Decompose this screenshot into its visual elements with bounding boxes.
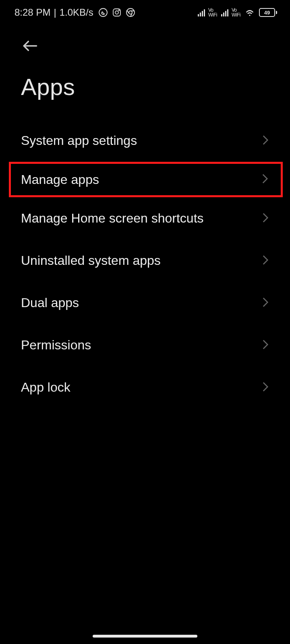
chevron-right-icon	[262, 297, 269, 310]
manage-apps-item[interactable]: Manage apps	[9, 162, 283, 197]
dual-apps-item[interactable]: Dual apps	[0, 282, 290, 324]
status-right: VoWiFi VoWiFi 49	[198, 7, 277, 18]
battery-percent: 49	[259, 8, 275, 17]
item-label: Manage apps	[21, 172, 99, 187]
status-left: 8:28 PM | 1.0KB/s	[14, 7, 135, 18]
back-button[interactable]	[0, 25, 290, 61]
status-separator: |	[54, 7, 56, 18]
uninstalled-system-apps-item[interactable]: Uninstalled system apps	[0, 239, 290, 282]
item-label: Dual apps	[21, 295, 79, 310]
signal-icon	[198, 8, 205, 17]
chevron-right-icon	[261, 173, 269, 186]
notification-icons	[98, 8, 135, 17]
app-lock-item[interactable]: App lock	[0, 366, 290, 409]
chrome-icon	[126, 8, 135, 17]
network-speed: 1.0KB/s	[60, 7, 93, 18]
arrow-left-icon	[21, 37, 39, 55]
item-label: Permissions	[21, 338, 91, 353]
item-label: Manage Home screen shortcuts	[21, 211, 204, 226]
chevron-right-icon	[262, 339, 269, 352]
vowifi-icon-2: VoWiFi	[232, 8, 240, 17]
page-title: Apps	[0, 61, 290, 120]
svg-point-4	[126, 8, 135, 17]
chevron-right-icon	[262, 134, 269, 147]
signal-icon-2	[221, 8, 228, 17]
battery-icon: 49	[259, 8, 277, 17]
vowifi-icon-1: VoWiFi	[208, 8, 217, 17]
chevron-right-icon	[262, 381, 269, 394]
chevron-right-icon	[262, 212, 269, 225]
settings-list: System app settings Manage apps Manage H…	[0, 120, 290, 409]
svg-point-2	[115, 11, 118, 14]
svg-point-3	[118, 10, 119, 11]
item-label: Uninstalled system apps	[21, 253, 161, 268]
wifi-icon	[244, 7, 255, 18]
whatsapp-icon	[98, 8, 108, 17]
status-time: 8:28 PM	[14, 7, 50, 18]
status-bar: 8:28 PM | 1.0KB/s VoWiFi VoWiFi 49	[0, 0, 290, 25]
permissions-item[interactable]: Permissions	[0, 324, 290, 366]
instagram-icon	[112, 8, 122, 17]
item-label: System app settings	[21, 133, 137, 148]
manage-home-shortcuts-item[interactable]: Manage Home screen shortcuts	[0, 197, 290, 239]
chevron-right-icon	[262, 254, 269, 267]
system-app-settings-item[interactable]: System app settings	[0, 120, 290, 162]
home-indicator[interactable]	[93, 635, 197, 638]
item-label: App lock	[21, 380, 70, 395]
